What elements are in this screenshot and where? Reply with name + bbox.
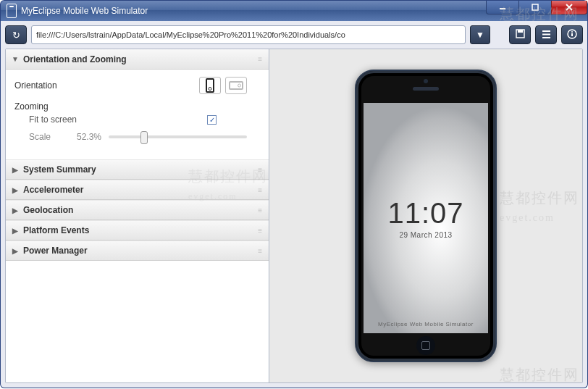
main-split: ▼ Orientation and Zooming ≡ Orientation … (5, 49, 583, 383)
title-bar: MyEclipse Mobile Web Simulator (0, 0, 588, 21)
chevron-right-icon: ▶ (10, 186, 20, 194)
scale-label: Scale (29, 132, 51, 142)
simulator-footer-label: MyEclipse Web Mobile Simulator (378, 321, 474, 327)
slider-thumb[interactable] (140, 131, 148, 144)
save-icon (516, 29, 525, 41)
chevron-right-icon: ▶ (10, 166, 20, 174)
scale-value: 52.3% (51, 132, 101, 142)
panel-header-geolocation[interactable]: ▶ Geolocation ≡ (6, 200, 269, 220)
app-icon (7, 4, 17, 18)
menu-icon (542, 30, 551, 41)
menu-button[interactable] (535, 25, 557, 44)
save-button[interactable] (509, 25, 531, 44)
orientation-portrait-button[interactable] (199, 77, 221, 94)
panel-header-orientation-zoom[interactable]: ▼ Orientation and Zooming ≡ (6, 49, 269, 70)
info-icon (567, 29, 577, 41)
grip-icon: ≡ (258, 227, 261, 235)
svg-rect-5 (518, 30, 523, 33)
fit-to-screen-checkbox[interactable]: ✓ (207, 115, 217, 125)
device-preview-pane: 11:07 29 March 2013 MyEclipse Web Mobile… (269, 49, 582, 382)
chevron-right-icon: ▶ (10, 227, 20, 235)
close-button[interactable] (551, 1, 587, 14)
home-button[interactable] (416, 336, 435, 355)
toolbar: ↻ file:///C:/Users/lstrain/AppData/Local… (5, 25, 583, 44)
fit-to-screen-label: Fit to screen (29, 114, 77, 125)
phone-device: 11:07 29 March 2013 MyEclipse Web Mobile… (355, 70, 497, 362)
grip-icon: ≡ (258, 206, 261, 214)
landscape-icon (229, 81, 243, 90)
left-panel: ▼ Orientation and Zooming ≡ Orientation … (6, 49, 269, 382)
refresh-icon: ↻ (12, 30, 20, 41)
speaker-slot (413, 87, 439, 91)
info-button[interactable] (561, 25, 583, 44)
orientation-landscape-button[interactable] (225, 77, 247, 94)
phone-screen[interactable]: 11:07 29 March 2013 MyEclipse Web Mobile… (364, 103, 488, 333)
panel-title: Power Manager (23, 246, 88, 256)
grip-icon: ≡ (258, 186, 261, 194)
panel-header-system-summary[interactable]: ▶ System Summary ≡ (6, 159, 269, 180)
orientation-label: Orientation (14, 80, 94, 91)
window-body: ↻ file:///C:/Users/lstrain/AppData/Local… (0, 21, 588, 388)
clock-time: 11:07 (387, 197, 463, 230)
refresh-button[interactable]: ↻ (5, 25, 27, 44)
panel-title: Geolocation (23, 205, 73, 215)
panel-header-power-manager[interactable]: ▶ Power Manager ≡ (6, 240, 269, 261)
zooming-label: Zooming (14, 101, 94, 112)
panel-body-orientation-zoom: Orientation Zooming Fit to screen ✓ Scal… (6, 70, 269, 159)
window-title: MyEclipse Mobile Web Simulator (21, 6, 148, 16)
panel-title: Platform Events (23, 225, 89, 235)
clock-date: 29 March 2013 (399, 231, 452, 239)
chevron-down-icon: ▼ (10, 55, 20, 63)
grip-icon: ≡ (258, 55, 261, 63)
minimize-button[interactable] (486, 1, 519, 14)
chevron-down-icon: ▼ (476, 30, 484, 40)
scale-slider[interactable] (109, 135, 247, 138)
url-dropdown-button[interactable]: ▼ (470, 25, 490, 44)
svg-rect-1 (532, 4, 538, 10)
url-input[interactable]: file:///C:/Users/lstrain/AppData/Local/M… (31, 25, 466, 44)
panel-header-platform-events[interactable]: ▶ Platform Events ≡ (6, 220, 269, 240)
maximize-button[interactable] (518, 1, 552, 14)
camera-dot (424, 79, 428, 83)
grip-icon: ≡ (258, 247, 261, 255)
chevron-right-icon: ▶ (10, 206, 20, 214)
grip-icon: ≡ (258, 166, 261, 174)
chevron-right-icon: ▶ (10, 247, 20, 255)
panel-title: Accelerometer (23, 185, 83, 195)
portrait-icon (206, 78, 214, 93)
panel-title: System Summary (23, 164, 96, 175)
panel-header-accelerometer[interactable]: ▶ Accelerometer ≡ (6, 180, 269, 200)
panel-title: Orientation and Zooming (23, 54, 127, 64)
svg-point-10 (571, 31, 573, 33)
